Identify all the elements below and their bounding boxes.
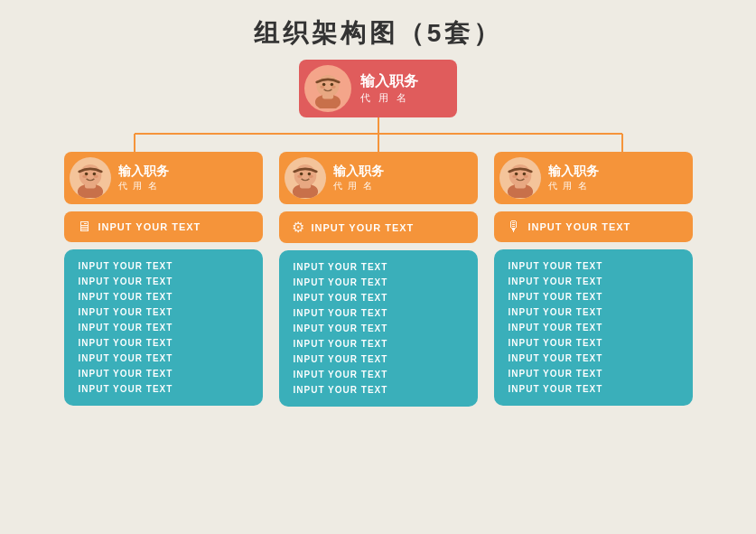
three-cols: 输入职务 代 用 名 🖥 INPUT YOUR TEXT INPUT YOUR … [35, 152, 722, 407]
col-left: 输入职务 代 用 名 🖥 INPUT YOUR TEXT INPUT YOUR … [64, 152, 263, 407]
icon-bar-right: 🎙 INPUT YOUR TEXT [494, 211, 693, 242]
connector-lines [35, 117, 722, 152]
top-avatar [304, 65, 351, 112]
l2-text-right: 输入职务 代 用 名 [548, 164, 599, 192]
list-box-left: INPUT YOUR TEXT INPUT YOUR TEXT INPUT YO… [64, 249, 263, 406]
svg-point-6 [331, 85, 336, 89]
list-item: INPUT YOUR TEXT [79, 366, 248, 381]
top-section: 输入职务 代 用 名 [35, 60, 722, 117]
list-item: INPUT YOUR TEXT [79, 304, 248, 320]
svg-rect-2 [322, 92, 333, 98]
monitor-icon: 🖥 [77, 219, 91, 235]
svg-point-31 [512, 174, 517, 178]
list-item: INPUT YOUR TEXT [294, 351, 463, 367]
list-box-right: INPUT YOUR TEXT INPUT YOUR TEXT INPUT YO… [494, 249, 693, 406]
svg-point-17 [82, 174, 87, 178]
top-node-title: 输入职务 [360, 72, 418, 91]
bar-text-left: INPUT YOUR TEXT [98, 221, 201, 232]
l2-node-right: 输入职务 代 用 名 [494, 152, 693, 204]
svg-point-25 [308, 174, 313, 178]
list-item: INPUT YOUR TEXT [509, 274, 678, 289]
l2-node-center: 输入职务 代 用 名 [279, 152, 478, 204]
list-item: INPUT YOUR TEXT [509, 335, 678, 351]
l2-title-left: 输入职务 [118, 164, 169, 180]
svg-point-24 [297, 174, 302, 178]
bar-text-right: INPUT YOUR TEXT [528, 221, 631, 232]
svg-rect-28 [514, 182, 525, 188]
svg-point-5 [320, 85, 324, 89]
list-item: INPUT YOUR TEXT [79, 351, 248, 366]
list-item: INPUT YOUR TEXT [509, 351, 678, 366]
list-box-center: INPUT YOUR TEXT INPUT YOUR TEXT INPUT YO… [279, 250, 478, 407]
list-item: INPUT YOUR TEXT [509, 304, 678, 320]
l2-title-center: 输入职务 [333, 164, 384, 180]
l2-title-right: 输入职务 [548, 164, 599, 180]
page: 组织架构图（5套） [0, 0, 756, 534]
top-node-sub: 代 用 名 [360, 91, 418, 105]
svg-point-18 [93, 174, 98, 178]
l2-text-center: 输入职务 代 用 名 [333, 164, 384, 192]
list-item: INPUT YOUR TEXT [294, 367, 463, 382]
list-item: INPUT YOUR TEXT [79, 289, 248, 304]
chart-area: 输入职务 代 用 名 [35, 60, 722, 534]
icon-bar-left: 🖥 INPUT YOUR TEXT [64, 211, 263, 242]
list-item: INPUT YOUR TEXT [294, 321, 463, 336]
list-item: INPUT YOUR TEXT [509, 289, 678, 304]
l2-avatar-center [285, 157, 326, 199]
list-item: INPUT YOUR TEXT [294, 290, 463, 305]
col-right: 输入职务 代 用 名 🎙 INPUT YOUR TEXT INPUT YOUR … [494, 152, 693, 407]
list-item: INPUT YOUR TEXT [79, 258, 248, 274]
top-node: 输入职务 代 用 名 [299, 60, 457, 117]
l2-avatar-right [499, 157, 541, 199]
list-item: INPUT YOUR TEXT [294, 305, 463, 321]
icon-bar-center: ⚙ INPUT YOUR TEXT [279, 211, 478, 243]
list-item: INPUT YOUR TEXT [509, 258, 678, 274]
list-item: INPUT YOUR TEXT [509, 320, 678, 335]
list-item: INPUT YOUR TEXT [294, 382, 463, 398]
list-item: INPUT YOUR TEXT [79, 335, 248, 351]
l2-sub-center: 代 用 名 [333, 180, 384, 192]
list-item: INPUT YOUR TEXT [79, 381, 248, 397]
list-item: INPUT YOUR TEXT [294, 259, 463, 275]
list-item: INPUT YOUR TEXT [509, 381, 678, 397]
top-node-text: 输入职务 代 用 名 [360, 72, 418, 105]
list-item: INPUT YOUR TEXT [509, 366, 678, 381]
list-item: INPUT YOUR TEXT [294, 275, 463, 290]
l2-sub-right: 代 用 名 [548, 180, 599, 192]
mic-icon: 🎙 [507, 219, 521, 235]
col-center: 输入职务 代 用 名 ⚙ INPUT YOUR TEXT INPUT YOUR … [279, 152, 478, 407]
l2-avatar-left [70, 157, 111, 199]
page-title: 组织架构图（5套） [254, 16, 503, 51]
svg-rect-14 [84, 182, 95, 188]
l2-text-left: 输入职务 代 用 名 [118, 164, 169, 192]
svg-rect-21 [299, 182, 310, 188]
list-item: INPUT YOUR TEXT [294, 336, 463, 351]
l2-node-left: 输入职务 代 用 名 [64, 152, 263, 204]
bar-text-center: INPUT YOUR TEXT [312, 222, 415, 233]
l2-sub-left: 代 用 名 [118, 180, 169, 192]
svg-point-32 [523, 174, 527, 178]
list-item: INPUT YOUR TEXT [79, 274, 248, 289]
gear-icon: ⚙ [292, 219, 304, 236]
list-item: INPUT YOUR TEXT [79, 320, 248, 335]
